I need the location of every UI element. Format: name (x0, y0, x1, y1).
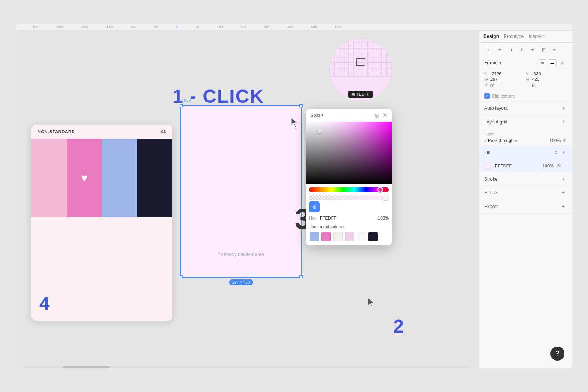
x-value[interactable]: -2426 (490, 71, 501, 76)
swatch-5[interactable] (357, 232, 366, 241)
ruler-top: -400 -300 -200 -130 -80 -30 0 50 100 200… (16, 24, 572, 31)
distribute-btn[interactable]: ⫢ (550, 46, 559, 54)
fill-section-header: Fill ⠿ + (479, 146, 572, 160)
layer-opacity[interactable]: 100% (550, 138, 561, 143)
align-bottom-btn[interactable]: ⊟ (539, 46, 548, 54)
swatch-6[interactable] (368, 232, 378, 241)
fill-color-swatch[interactable] (484, 162, 492, 170)
picker-close-btn[interactable]: ✕ (383, 112, 387, 118)
help-button[interactable]: ? (550, 347, 564, 361)
w-label: W (484, 77, 489, 82)
hex-value[interactable]: FFEDFF (320, 216, 375, 220)
align-top-btn[interactable]: ⫡ (517, 46, 526, 54)
picker-mode-label: Solid (310, 113, 320, 118)
selected-frame[interactable]: A6 - 6 * already painted area 297 × 420 (180, 105, 302, 278)
fill-hex[interactable]: FFEDFF (495, 163, 539, 168)
stroke-add-btn[interactable]: + (560, 176, 567, 183)
tab-design[interactable]: Design (483, 34, 499, 42)
layer-label: Layer (484, 131, 567, 138)
tab-inspect[interactable]: Inspect (528, 34, 544, 42)
coord-w: W 297 (484, 77, 525, 82)
effects-section: Effects + (479, 186, 572, 200)
circle-label: #FFEDFF (348, 91, 373, 98)
align-left-btn[interactable]: ⫠ (484, 46, 494, 54)
scrollbar-thumb[interactable] (63, 366, 110, 368)
fill-header-actions: ⠿ + (555, 149, 567, 156)
checkbox-check-icon: ✓ (485, 94, 488, 98)
corner-value[interactable]: 0 (532, 83, 535, 88)
picker-header: Solid ▾ ◎ ✕ (306, 109, 392, 122)
w-value[interactable]: 297 (490, 77, 497, 82)
align-center-h-btn[interactable]: ⫟ (495, 46, 505, 54)
picker-gradient[interactable] (306, 122, 392, 184)
main-window: -400 -300 -200 -130 -80 -30 0 50 100 200… (16, 24, 572, 368)
corner-label: ⌒ (526, 82, 531, 88)
fill-opacity[interactable]: 100% (543, 163, 554, 168)
layer-mode-label: Pass through (488, 138, 514, 143)
fill-visibility-btn[interactable]: 👁 (557, 163, 561, 169)
alpha-slider[interactable] (309, 195, 389, 200)
effects-add-btn[interactable]: + (560, 189, 567, 196)
picker-circle-btn[interactable]: ◎ (375, 112, 379, 118)
handle-tr[interactable] (299, 104, 303, 107)
frame-dropdown[interactable]: Frame ▾ (484, 60, 501, 65)
frame-landscape-btn[interactable]: ▬ (548, 59, 557, 66)
circle-frame-icon (356, 58, 365, 66)
x-label: X (484, 71, 489, 76)
swatch-1[interactable] (310, 232, 319, 241)
color-picker-popup[interactable]: Solid ▾ ◎ ✕ (306, 109, 392, 245)
eyedropper-button[interactable]: ⊕ (309, 201, 320, 212)
handle-bl[interactable] (180, 275, 183, 278)
clip-content-checkbox[interactable]: ✓ (484, 93, 490, 99)
frame-portrait-btn[interactable]: ▭ (538, 59, 546, 66)
picker-gradient-thumb[interactable] (318, 129, 321, 133)
frame-icons: ▭ ▬ ⊞ (538, 59, 567, 66)
layer-visibility-btn[interactable]: 👁 (562, 138, 567, 143)
auto-layout-add-btn[interactable]: + (560, 105, 567, 112)
palette-label: NON-STANDARD (38, 129, 75, 134)
align-right-btn[interactable]: ⫞ (506, 46, 515, 54)
panel-tabs: Design Prototype Inspect (479, 31, 572, 43)
layer-mode[interactable]: ○ Pass through ▾ (484, 138, 517, 143)
export-add-btn[interactable]: + (560, 203, 567, 210)
layout-grid-add-btn[interactable]: + (560, 118, 567, 125)
rot-value[interactable]: 0° (490, 83, 495, 88)
y-value[interactable]: -320 (532, 71, 541, 76)
cursor-2 (367, 297, 376, 310)
align-center-v-btn[interactable]: ⫟ (528, 46, 537, 54)
export-label: Export (484, 204, 498, 209)
picker-mode[interactable]: Solid ▾ (310, 113, 323, 118)
coord-y: Y -320 (526, 71, 567, 76)
fill-label: Fill (484, 150, 490, 155)
handle-br[interactable] (299, 275, 303, 278)
layer-circle-icon: ○ (484, 138, 486, 143)
layout-grid-section: Layout grid + (479, 115, 572, 129)
h-label: H (526, 77, 531, 82)
frame-grid-btn[interactable]: ⊞ (558, 59, 567, 66)
palette-card: NON-STANDARD 03 ♥ 4 (31, 125, 172, 321)
canvas-scrollbar[interactable] (24, 366, 470, 368)
picker-actions: ◎ ✕ (375, 112, 387, 118)
click-title: 1 - CLICK (172, 85, 264, 107)
tab-prototype[interactable]: Prototype (504, 34, 524, 42)
hex-opacity[interactable]: 100% (378, 216, 389, 220)
fill-actions: 👁 − (557, 163, 567, 169)
hex-label: Hex (309, 216, 317, 220)
ruler-marks: -400 -300 -200 -130 -80 -30 0 50 100 200… (31, 25, 342, 29)
circle-grid (330, 39, 392, 77)
hue-slider[interactable] (309, 187, 389, 192)
frame-section: Frame ▾ ▭ ▬ ⊞ (479, 57, 572, 69)
number-badge-2: 2 (393, 316, 404, 337)
canvas[interactable]: 1 - CLICK NON-STANDARD 03 ♥ 4 (16, 31, 478, 368)
swatch-4[interactable] (345, 232, 354, 241)
swatch-2[interactable] (321, 232, 331, 241)
fill-add-btn[interactable]: + (560, 149, 567, 156)
h-value[interactable]: 420 (532, 77, 539, 82)
swatch-3[interactable] (333, 232, 343, 241)
layer-mode-chevron: ▾ (515, 138, 517, 143)
palette-colors: ♥ (31, 139, 172, 217)
rot-label: ↺ (484, 83, 489, 88)
handle-tl[interactable] (180, 104, 183, 107)
clip-content-row: ✓ Clip content (479, 91, 572, 102)
fill-remove-btn[interactable]: − (564, 163, 567, 169)
